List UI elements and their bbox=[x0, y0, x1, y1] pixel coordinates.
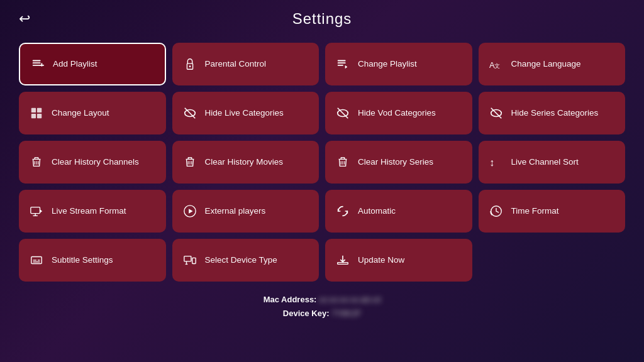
external-players-icon bbox=[181, 204, 199, 218]
clear-history-series-button[interactable]: Clear History Series bbox=[325, 141, 472, 184]
update-now-icon bbox=[334, 253, 352, 267]
device-key-value: 7Y8K2F bbox=[331, 307, 361, 321]
clear-history-channels-icon bbox=[28, 155, 45, 169]
svg-rect-13 bbox=[37, 108, 42, 112]
hide-live-categories-icon bbox=[181, 106, 199, 120]
svg-rect-12 bbox=[31, 108, 36, 112]
select-device-type-label: Select Device Type bbox=[205, 255, 277, 266]
change-language-label: Change Language bbox=[511, 58, 581, 70]
svg-rect-7 bbox=[338, 60, 346, 62]
svg-rect-4 bbox=[40, 65, 44, 66]
svg-marker-39 bbox=[189, 209, 192, 213]
clear-history-movies-icon bbox=[181, 155, 199, 169]
back-button[interactable]: ↩ bbox=[19, 11, 30, 27]
change-language-icon: A文 bbox=[487, 57, 505, 71]
live-channel-sort-button[interactable]: ↕Live Channel Sort bbox=[479, 141, 626, 184]
update-now-label: Update Now bbox=[358, 255, 404, 266]
add-playlist-label: Add Playlist bbox=[53, 58, 97, 70]
svg-text:↕: ↕ bbox=[489, 156, 494, 168]
change-layout-label: Change Layout bbox=[52, 107, 109, 119]
change-layout-button[interactable]: Change Layout bbox=[19, 92, 166, 134]
hide-series-categories-icon bbox=[487, 106, 505, 120]
automatic-label: Automatic bbox=[358, 206, 396, 217]
settings-grid: Add PlaylistParental ControlChange Playl… bbox=[0, 38, 644, 287]
svg-rect-15 bbox=[37, 114, 42, 118]
hide-live-categories-label: Hide Live Categories bbox=[205, 107, 284, 119]
live-stream-format-button[interactable]: Live Stream Format bbox=[19, 190, 166, 233]
live-stream-format-label: Live Stream Format bbox=[52, 206, 126, 217]
change-language-button[interactable]: A文Change Language bbox=[479, 43, 626, 85]
update-now-button[interactable]: Update Now bbox=[325, 239, 472, 282]
svg-rect-46 bbox=[192, 258, 196, 263]
time-format-button[interactable]: Time Format bbox=[479, 190, 626, 233]
parental-control-icon bbox=[181, 57, 199, 71]
clear-history-series-icon bbox=[334, 155, 352, 169]
footer-info: Mac Address: xx:xx:xx:xx:ab:cd Device Ke… bbox=[0, 293, 644, 321]
svg-rect-1 bbox=[33, 62, 41, 63]
clear-history-movies-label: Clear History Movies bbox=[205, 156, 284, 168]
change-layout-icon bbox=[28, 106, 45, 120]
svg-point-6 bbox=[189, 65, 191, 67]
select-device-type-button[interactable]: Select Device Type bbox=[172, 239, 319, 282]
back-icon: ↩ bbox=[19, 11, 30, 27]
svg-rect-8 bbox=[338, 62, 346, 63]
clear-history-channels-label: Clear History Channels bbox=[52, 156, 139, 168]
svg-rect-35 bbox=[31, 207, 40, 214]
svg-rect-49 bbox=[338, 263, 348, 265]
parental-control-button[interactable]: Parental Control bbox=[172, 43, 319, 85]
mac-address-label: Mac Address: bbox=[264, 295, 317, 304]
parental-control-label: Parental Control bbox=[205, 58, 267, 70]
header: ↩ Settings bbox=[0, 0, 644, 38]
hide-live-categories-button[interactable]: Hide Live Categories bbox=[172, 92, 319, 134]
subtitle-settings-button[interactable]: Subtitle Settings bbox=[19, 239, 166, 282]
hide-series-categories-button[interactable]: Hide Series Categories bbox=[479, 92, 626, 134]
change-playlist-icon bbox=[334, 57, 352, 71]
change-playlist-label: Change Playlist bbox=[358, 58, 417, 70]
subtitle-settings-icon bbox=[28, 253, 45, 267]
svg-rect-3 bbox=[42, 63, 43, 67]
select-device-type-icon bbox=[181, 253, 199, 267]
live-channel-sort-label: Live Channel Sort bbox=[511, 156, 579, 168]
svg-rect-30 bbox=[341, 158, 345, 160]
clear-history-movies-button[interactable]: Clear History Movies bbox=[172, 141, 319, 184]
device-key-label: Device Key: bbox=[283, 309, 330, 318]
automatic-icon bbox=[334, 204, 352, 218]
time-format-label: Time Format bbox=[511, 206, 559, 217]
change-playlist-button[interactable]: Change Playlist bbox=[325, 43, 472, 85]
hide-series-categories-label: Hide Series Categories bbox=[511, 107, 599, 119]
page-title: Settings bbox=[292, 10, 352, 28]
time-format-icon bbox=[487, 204, 505, 218]
svg-rect-9 bbox=[338, 65, 343, 66]
svg-text:文: 文 bbox=[494, 63, 500, 69]
hide-vod-categories-icon bbox=[334, 106, 352, 120]
mac-address-value: xx:xx:xx:xx:ab:cd bbox=[319, 293, 380, 307]
hide-vod-categories-button[interactable]: Hide Vod Categories bbox=[325, 92, 472, 134]
add-playlist-button[interactable]: Add Playlist bbox=[19, 43, 166, 85]
external-players-button[interactable]: External players bbox=[172, 190, 319, 233]
svg-rect-0 bbox=[33, 60, 41, 62]
automatic-button[interactable]: Automatic bbox=[325, 190, 472, 233]
clear-history-series-label: Clear History Series bbox=[358, 156, 433, 168]
svg-rect-14 bbox=[31, 114, 36, 118]
live-channel-sort-icon: ↕ bbox=[487, 155, 505, 169]
live-stream-format-icon bbox=[28, 204, 45, 218]
external-players-label: External players bbox=[205, 206, 266, 217]
svg-rect-22 bbox=[35, 158, 38, 160]
svg-rect-26 bbox=[188, 158, 192, 160]
clear-history-channels-button[interactable]: Clear History Channels bbox=[19, 141, 166, 184]
hide-vod-categories-label: Hide Vod Categories bbox=[358, 107, 436, 119]
svg-rect-2 bbox=[33, 65, 41, 66]
svg-rect-45 bbox=[184, 256, 191, 261]
subtitle-settings-label: Subtitle Settings bbox=[52, 255, 113, 266]
add-playlist-icon bbox=[29, 57, 47, 71]
